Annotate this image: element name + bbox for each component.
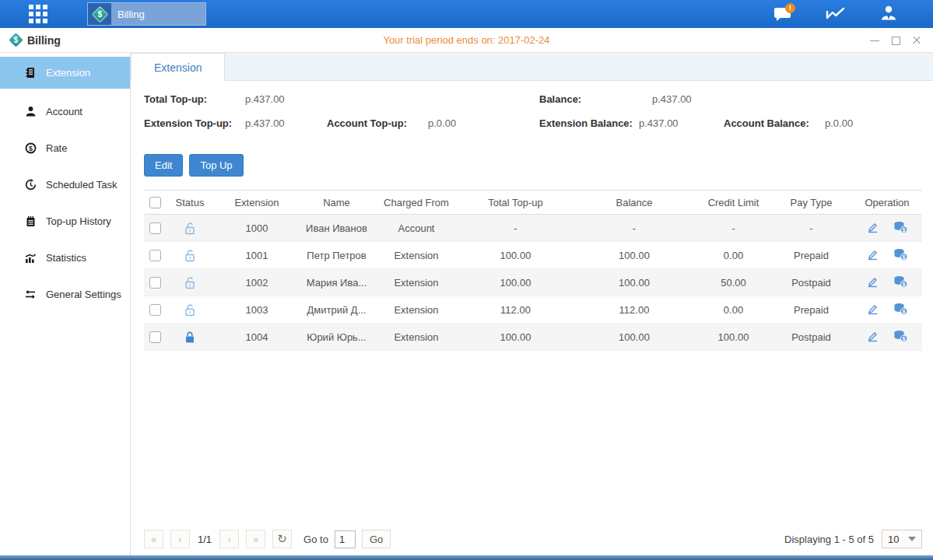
table-row[interactable]: 1004 Юрий Юрь... Extension 100.00 100.00… xyxy=(144,324,922,351)
sidebar-item-rate[interactable]: $ Rate xyxy=(0,130,130,166)
cell-extension: 1003 xyxy=(214,304,300,316)
sidebar: Extension Account $ Rate Scheduled Task … xyxy=(0,53,131,555)
sidebar-item-statistics[interactable]: Statistics xyxy=(0,240,130,276)
pagination-bar: « ‹ 1/1 › » ↻ Go to Go Displaying 1 - 5 … xyxy=(144,530,922,548)
table-row[interactable]: 1001 Петр Петров Extension 100.00 100.00… xyxy=(144,242,922,269)
sidebar-item-label: Extension xyxy=(46,67,90,79)
col-operation: Operation xyxy=(852,197,922,208)
window-titlebar: $ Billing Your trial period ends on: 201… xyxy=(0,28,933,53)
cell-charged-from: Extension xyxy=(374,250,459,261)
cell-credit-limit: 0.00 xyxy=(696,304,770,316)
scheduled-task-icon xyxy=(23,179,37,191)
user-icon[interactable] xyxy=(875,2,902,26)
go-button[interactable]: Go xyxy=(362,530,391,548)
cell-balance: - xyxy=(572,222,696,234)
sidebar-item-extension[interactable]: Extension xyxy=(0,57,130,89)
cell-name: Иван Иванов xyxy=(300,222,374,234)
status-lock-icon xyxy=(184,303,196,314)
summary-label: Extension Balance: xyxy=(539,117,633,129)
desktop-taskbar: $ Billing ! xyxy=(0,0,933,28)
table-row[interactable]: 1002 Мария Ива... Extension 100.00 100.0… xyxy=(144,269,922,296)
edit-pencil-icon[interactable] xyxy=(866,275,879,290)
table-row[interactable]: 1000 Иван Иванов Account - - - - $ xyxy=(144,215,922,242)
first-page-button[interactable]: « xyxy=(144,530,163,548)
row-checkbox[interactable] xyxy=(149,304,161,316)
refresh-icon[interactable]: ↻ xyxy=(272,530,292,548)
taskbar-tab-label: Billing xyxy=(118,9,145,20)
topup-coins-icon[interactable]: $ xyxy=(893,303,908,317)
trial-period-message: Your trial period ends on: 2017-02-24 xyxy=(0,34,933,46)
cell-credit-limit: 50.00 xyxy=(696,277,770,289)
topup-coins-icon[interactable]: $ xyxy=(893,275,908,290)
last-page-button[interactable]: » xyxy=(246,530,265,548)
row-checkbox[interactable] xyxy=(149,222,161,234)
maximize-icon[interactable] xyxy=(890,35,901,46)
app-grid-icon[interactable] xyxy=(20,0,56,28)
messages-icon[interactable]: ! xyxy=(770,2,796,26)
prev-page-button[interactable]: ‹ xyxy=(170,530,190,548)
col-charged-from: Charged From xyxy=(374,197,459,208)
page-indicator: 1/1 xyxy=(198,534,212,545)
tab-strip: Extension xyxy=(131,53,933,81)
summary-value: p.0.00 xyxy=(428,117,456,129)
page-size-select[interactable]: 10 xyxy=(882,530,922,548)
edit-pencil-icon[interactable] xyxy=(866,303,879,317)
topup-button[interactable]: Top Up xyxy=(189,154,243,177)
chevron-down-icon xyxy=(908,537,916,541)
summary-label: Total Top-up: xyxy=(144,93,207,105)
col-extension: Extension xyxy=(214,197,300,208)
cell-pay-type: - xyxy=(770,222,852,234)
sidebar-item-scheduled-task[interactable]: Scheduled Task xyxy=(0,166,130,203)
cell-balance: 100.00 xyxy=(572,277,696,289)
close-icon[interactable] xyxy=(911,35,922,46)
row-checkbox[interactable] xyxy=(149,277,161,289)
cell-total-topup: - xyxy=(459,222,572,234)
page-size-value: 10 xyxy=(888,534,899,545)
select-all-checkbox[interactable] xyxy=(149,197,161,208)
topup-coins-icon[interactable]: $ xyxy=(893,330,908,345)
topup-coins-icon[interactable]: $ xyxy=(893,221,908,236)
sidebar-item-label: General Settings xyxy=(46,289,121,300)
col-name: Name xyxy=(300,197,374,208)
next-page-button[interactable]: › xyxy=(219,530,239,548)
cell-pay-type: Prepaid xyxy=(770,250,852,261)
col-credit-limit: Credit Limit xyxy=(696,197,770,208)
goto-page-input[interactable] xyxy=(335,530,356,548)
billing-diamond-icon: $ xyxy=(88,3,111,25)
taskbar-tab-billing[interactable]: $ Billing xyxy=(87,2,206,26)
sidebar-item-topup-history[interactable]: Top-up History xyxy=(0,203,130,240)
status-lock-icon xyxy=(184,221,196,233)
cell-charged-from: Extension xyxy=(374,277,459,289)
billing-summary: Total Top-up: p.437.00 Balance: p.437.00… xyxy=(144,90,922,138)
table-row[interactable]: 1003 Дмитрий Д... Extension 112.00 112.0… xyxy=(144,296,922,324)
edit-pencil-icon[interactable] xyxy=(866,221,879,236)
sidebar-item-account[interactable]: Account xyxy=(0,93,130,130)
minimize-icon[interactable] xyxy=(869,35,880,46)
cell-charged-from: Extension xyxy=(374,331,459,343)
monitor-chart-icon[interactable] xyxy=(823,2,849,26)
edit-button[interactable]: Edit xyxy=(144,154,183,177)
edit-pencil-icon[interactable] xyxy=(866,330,879,345)
desktop-edge xyxy=(0,555,933,560)
tab-label: Extension xyxy=(154,61,202,74)
sidebar-item-general-settings[interactable]: General Settings xyxy=(0,276,130,313)
row-checkbox[interactable] xyxy=(149,331,161,343)
cell-extension: 1004 xyxy=(214,331,300,343)
notification-badge: ! xyxy=(785,3,795,13)
table-header: Status Extension Name Charged From Total… xyxy=(144,190,922,215)
row-checkbox[interactable] xyxy=(149,250,161,261)
sidebar-item-label: Rate xyxy=(46,142,67,154)
billing-diamond-icon: $ xyxy=(9,33,23,47)
summary-value: p.437.00 xyxy=(245,93,285,105)
topup-coins-icon[interactable]: $ xyxy=(893,248,908,263)
cell-total-topup: 112.00 xyxy=(459,304,572,316)
cell-balance: 100.00 xyxy=(572,250,696,261)
cell-total-topup: 100.00 xyxy=(459,250,572,261)
col-pay-type: Pay Type xyxy=(770,197,852,208)
cell-balance: 112.00 xyxy=(572,304,696,316)
cell-total-topup: 100.00 xyxy=(459,277,572,289)
tab-extension[interactable]: Extension xyxy=(131,53,225,81)
status-lock-icon xyxy=(184,275,196,287)
cell-balance: 100.00 xyxy=(572,331,696,343)
edit-pencil-icon[interactable] xyxy=(866,248,879,263)
